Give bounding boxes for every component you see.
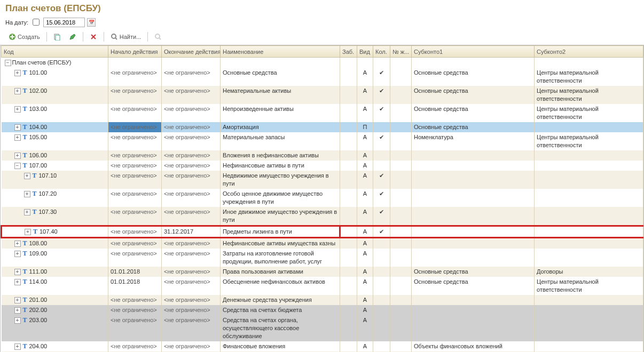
col-end[interactable]: Окончание действия xyxy=(162,46,221,58)
expand-icon[interactable]: + xyxy=(14,70,21,76)
start-text: <не ограничено> xyxy=(111,190,157,197)
start-text: <не ограничено> xyxy=(111,228,157,235)
table-row[interactable]: +T111.0001.01.2018<не ограничено>Права п… xyxy=(2,267,643,277)
expand-icon[interactable]: + xyxy=(14,343,21,350)
col-name[interactable]: Наименование xyxy=(221,46,340,58)
expand-icon[interactable]: + xyxy=(14,307,21,314)
expand-icon[interactable]: + xyxy=(14,241,21,247)
table-row[interactable]: +T107.30<не ограничено><не ограничено>Ин… xyxy=(2,207,643,226)
end-text: <не ограничено> xyxy=(164,134,210,140)
expand-icon[interactable]: + xyxy=(14,269,21,275)
start-text: <не ограничено> xyxy=(111,106,157,112)
table-row[interactable]: +T109.00<не ограничено><не ограничено>За… xyxy=(2,249,643,267)
find-label: Найти... xyxy=(120,34,142,40)
vid-text: А xyxy=(363,209,367,215)
start-text: <не ограничено> xyxy=(111,307,157,313)
account-icon: T xyxy=(32,208,38,216)
end-text: <не ограничено> xyxy=(164,152,210,158)
sub1-text: Основные средства xyxy=(414,106,468,112)
col-sub1[interactable]: Субконто1 xyxy=(412,46,535,58)
account-icon: T xyxy=(22,133,28,141)
table-row[interactable]: +T107.10<не ограничено><не ограничено>Не… xyxy=(2,171,643,189)
table-row[interactable]: +T107.20<не ограничено><не ограничено>Ос… xyxy=(2,189,643,207)
expand-icon[interactable]: + xyxy=(14,279,21,285)
expand-icon[interactable]: + xyxy=(14,153,21,159)
create-button[interactable]: Создать xyxy=(5,31,43,42)
sub2-text: Центры материальной ответственности xyxy=(537,69,599,84)
date-input[interactable] xyxy=(43,18,85,27)
expand-icon[interactable]: + xyxy=(14,106,21,113)
name-text: Нефинансовые активы имущества казны xyxy=(223,240,335,246)
expand-icon[interactable]: + xyxy=(14,251,21,257)
table-row[interactable]: +T104.00<не ограничено><не ограничено>Ам… xyxy=(2,122,643,132)
date-checkbox[interactable] xyxy=(33,19,40,26)
table-row[interactable]: +T105.00<не ограничено><не ограничено>Ма… xyxy=(2,132,643,150)
start-text: <не ограничено> xyxy=(111,152,157,158)
delete-icon xyxy=(90,33,97,41)
col-start[interactable]: Начало действия xyxy=(108,46,162,58)
date-picker-icon[interactable]: 📅 xyxy=(87,18,96,27)
code-text: 107.20 xyxy=(39,190,57,198)
start-text: <не ограничено> xyxy=(111,317,157,323)
start-text: 01.01.2018 xyxy=(111,268,140,275)
code-text: 105.00 xyxy=(29,133,48,141)
expand-icon[interactable]: + xyxy=(25,229,31,235)
col-vid[interactable]: Вид xyxy=(357,46,373,58)
col-sub2[interactable]: Субконто2 xyxy=(535,46,643,58)
col-code[interactable]: Код xyxy=(2,46,108,58)
name-text: Обесценение нефинансовых активов xyxy=(223,278,325,285)
name-text: Денежные средства учреждения xyxy=(223,297,312,303)
table-row[interactable]: +T101.00<не ограничено><не ограничено>Ос… xyxy=(2,68,643,86)
expand-icon[interactable]: + xyxy=(14,297,21,303)
check-icon: ✔ xyxy=(379,134,384,140)
col-kol[interactable]: Кол. xyxy=(373,46,390,58)
account-icon: T xyxy=(22,250,28,258)
sub2-text: Центры материальной ответственности xyxy=(537,106,599,120)
root-label: План счетов (ЕПСБУ) xyxy=(12,59,72,67)
expand-icon[interactable]: + xyxy=(24,191,30,197)
expand-icon[interactable]: + xyxy=(14,317,21,324)
table-row[interactable]: +T108.00<не ограничено><не ограничено>Не… xyxy=(2,238,643,249)
expand-icon[interactable]: + xyxy=(14,88,21,94)
expand-icon[interactable]: + xyxy=(24,209,30,215)
table-row[interactable]: −T107.00<не ограничено><не ограничено>Не… xyxy=(2,161,643,171)
table-row[interactable]: +T107.40<не ограничено>31.12.2017Предмет… xyxy=(2,226,643,238)
pencil-icon xyxy=(69,33,76,41)
col-zab[interactable]: Заб. xyxy=(340,46,357,58)
table-row[interactable]: +T103.00<не ограничено><не ограничено>Не… xyxy=(2,104,643,122)
vid-text: А xyxy=(363,317,367,323)
find-button[interactable]: Найти... xyxy=(107,31,145,42)
expand-icon[interactable]: + xyxy=(14,124,21,131)
start-text: <не ограничено> xyxy=(111,297,157,303)
collapse-icon[interactable]: − xyxy=(5,60,11,66)
table-header: Код Начало действия Окончание действия Н… xyxy=(2,46,643,58)
accounts-table: Код Начало действия Окончание действия Н… xyxy=(0,45,644,352)
edit-button[interactable] xyxy=(66,31,80,42)
table-row[interactable]: +T106.00<не ограничено><не ограничено>Вл… xyxy=(2,150,643,161)
check-icon: ✔ xyxy=(379,209,384,215)
table-row[interactable]: +T203.00<не ограничено><не ограничено>Ср… xyxy=(2,315,643,341)
end-text: <не ограничено> xyxy=(164,124,210,130)
table-row[interactable]: +T102.00<не ограничено><не ограничено>Не… xyxy=(2,86,643,104)
expand-icon[interactable]: + xyxy=(14,134,21,141)
code-text: 108.00 xyxy=(29,239,48,247)
name-text: Непроизведенные активы xyxy=(223,106,294,112)
table-row[interactable]: +T202.00<не ограничено><не ограничено>Ср… xyxy=(2,305,643,315)
delete-button[interactable] xyxy=(87,31,100,42)
expand-icon[interactable]: − xyxy=(14,163,21,169)
account-icon: T xyxy=(32,190,38,198)
expand-icon[interactable]: + xyxy=(24,173,30,179)
col-nzh[interactable]: № ж... xyxy=(390,46,412,58)
start-text: <не ограничено> xyxy=(111,209,157,215)
sub2-text: Центры материальной ответственности xyxy=(537,134,599,148)
copy-button[interactable] xyxy=(50,31,64,42)
tree-root-row[interactable]: −План счетов (ЕПСБУ) xyxy=(2,58,643,68)
clear-filter-button[interactable] xyxy=(151,31,165,42)
table-row[interactable]: +T201.00<не ограничено><не ограничено>Де… xyxy=(2,295,643,305)
start-text: <не ограничено> xyxy=(111,250,157,257)
end-text: <не ограничено> xyxy=(164,343,210,349)
table-row[interactable]: +T114.0001.01.2018<не ограничено>Обесцен… xyxy=(2,277,643,295)
table-row[interactable]: +T204.00<не ограничено><не ограничено>Фи… xyxy=(2,341,643,351)
vid-text: А xyxy=(363,87,367,94)
sub1-text: Номенклатура xyxy=(414,134,453,140)
